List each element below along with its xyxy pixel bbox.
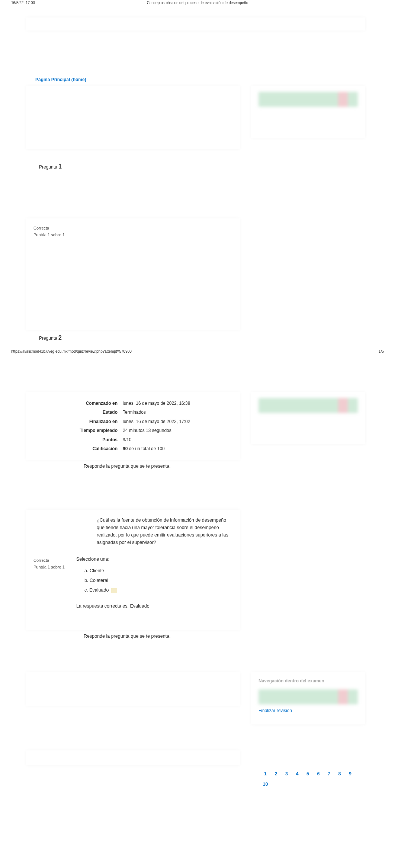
option-text: Evaluado: [89, 587, 109, 593]
print-header: 16/5/22, 17:03 Conceptos básicos del pro…: [0, 0, 395, 6]
question-prompt: Responde la pregunta que se te presenta.: [26, 464, 240, 469]
side-placeholder-2: [251, 392, 365, 444]
summary-label: Calificación: [26, 445, 123, 452]
summary-label: Comenzado en: [26, 400, 123, 407]
summary-value: Terminados: [123, 409, 235, 416]
summary-value: 90 de un total de 100: [123, 445, 235, 452]
summary-value: 24 minutos 13 segundos: [123, 427, 235, 434]
question-header-1: Pregunta 1: [26, 163, 365, 174]
summary-row: Tiempo empleado 24 minutos 13 segundos: [26, 426, 235, 435]
nav-palette-blurred: [258, 92, 358, 107]
question-card-bottom-placeholder-2: [26, 750, 240, 765]
summary-row: Finalizado en lunes, 16 de mayo de 2022,…: [26, 417, 235, 426]
nav-palette-blurred: [258, 689, 358, 704]
summary-row: Puntos 9/10: [26, 435, 235, 444]
print-footer: https://avalicmod41b.uveg.edu.mx/mod/qui…: [0, 345, 395, 355]
nav-num[interactable]: 7: [324, 769, 334, 779]
question-status: Correcta: [33, 225, 76, 232]
nav-num[interactable]: 9: [346, 769, 355, 779]
finish-review-link[interactable]: Finalizar revisión: [258, 708, 358, 713]
next-question-prompt: Responde la pregunta que se te presenta.: [26, 634, 240, 639]
option-a[interactable]: a. Cliente: [84, 566, 232, 576]
print-title: Conceptos básicos del proceso de evaluac…: [147, 1, 248, 5]
question-meta: Correcta Puntúa 1 sobre 1: [33, 225, 76, 319]
breadcrumb[interactable]: Página Principal (home): [26, 77, 365, 86]
nav-num[interactable]: 5: [303, 769, 312, 779]
quiz-nav-card: Navegación dentro del examen Finalizar r…: [251, 672, 365, 724]
quiz-nav-title: Navegación dentro del examen: [258, 678, 358, 683]
side-placeholder-1: [251, 86, 365, 138]
question-number: 1: [58, 163, 62, 170]
options-list: a. Cliente b. Colateral c. Evaluado: [76, 566, 232, 595]
question-status: Correcta: [33, 557, 76, 564]
quiz-nav-numbers: 1 2 3 4 5 6 7 8 9 10: [251, 769, 365, 789]
checkmark-icon: [111, 588, 117, 593]
question-label: Pregunta: [39, 164, 57, 170]
nav-num[interactable]: 2: [271, 769, 280, 779]
select-one-label: Seleccione una:: [76, 555, 232, 563]
summary-value: lunes, 16 de mayo de 2022, 17:02: [123, 418, 235, 425]
summary-label: Estado: [26, 409, 123, 416]
summary-placeholder: [26, 86, 240, 149]
nav-num[interactable]: 4: [292, 769, 302, 779]
question-points: Puntúa 1 sobre 1: [33, 564, 76, 571]
nav-num[interactable]: 3: [282, 769, 291, 779]
summary-label: Finalizado en: [26, 418, 123, 425]
question-meta: Correcta Puntúa 1 sobre 1: [33, 516, 76, 619]
option-text: Colateral: [90, 578, 108, 583]
summary-row: Estado Terminados: [26, 408, 235, 417]
print-page-number: 1/5: [379, 349, 384, 353]
option-c[interactable]: c. Evaluado: [84, 585, 232, 595]
question-header-2: Pregunta 2: [26, 334, 365, 345]
top-banner: [26, 17, 365, 31]
nav-palette-blurred: [258, 398, 358, 413]
question-number: 2: [58, 334, 62, 341]
summary-label: Tiempo empleado: [26, 427, 123, 434]
nav-num[interactable]: 6: [314, 769, 323, 779]
summary-value: 9/10: [123, 436, 235, 443]
question-card-1: Correcta Puntúa 1 sobre 1 ¿Cuál es la fu…: [26, 510, 240, 630]
option-letter: b.: [84, 578, 88, 583]
summary-card: Comenzado en lunes, 16 de mayo de 2022, …: [26, 392, 240, 460]
summary-row: Comenzado en lunes, 16 de mayo de 2022, …: [26, 399, 235, 408]
question-card-1-placeholder: Correcta Puntúa 1 sobre 1: [26, 218, 240, 330]
question-text: ¿Cuál es la fuente de obtención de infor…: [97, 516, 231, 546]
print-timestamp: 16/5/22, 17:03: [11, 1, 35, 5]
nav-num[interactable]: 8: [335, 769, 344, 779]
question-feedback: La respuesta correcta es: Evaluado: [76, 602, 232, 610]
print-url: https://avalicmod41b.uveg.edu.mx/mod/qui…: [11, 349, 132, 353]
option-letter: c.: [84, 587, 88, 593]
nav-num[interactable]: 1: [261, 769, 270, 779]
nav-num[interactable]: 10: [261, 779, 270, 790]
question-label: Pregunta: [39, 336, 57, 341]
question-card-bottom-placeholder: [26, 672, 240, 706]
option-letter: a.: [84, 568, 88, 573]
summary-value: lunes, 16 de mayo de 2022, 16:38: [123, 400, 235, 407]
question-points: Puntúa 1 sobre 1: [33, 232, 76, 238]
summary-label: Puntos: [26, 436, 123, 443]
summary-row: Calificación 90 de un total de 100: [26, 444, 235, 453]
option-text: Cliente: [90, 568, 104, 573]
option-b[interactable]: b. Colateral: [84, 576, 232, 585]
